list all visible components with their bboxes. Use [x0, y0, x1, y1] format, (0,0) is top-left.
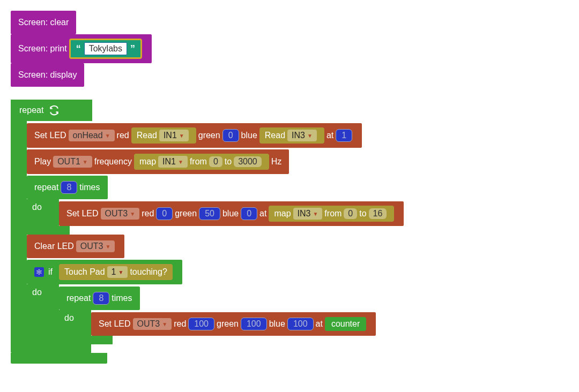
clear-led-block[interactable]: Clear LED OUT3▼ [27, 235, 124, 258]
green-label: green [198, 131, 220, 140]
if-bar: do [27, 284, 59, 344]
repeat-8-block[interactable]: repeat 8 times do Set LED OUT3▼ red 0 [27, 176, 404, 235]
blue-label: blue [241, 131, 257, 140]
repeat-bar [11, 121, 27, 353]
repeat-8-bar: do [27, 199, 59, 226]
repeat-head: repeat [11, 100, 92, 121]
blue-value-input[interactable]: 0 [241, 207, 257, 220]
repeat-label: repeat [19, 105, 43, 115]
repeat-forever-block[interactable]: repeat Set LED onHead▼ red Read IN1▼ [11, 100, 404, 364]
screen-display-label: Screen: display [18, 70, 77, 80]
screen-display-block[interactable]: Screen: display [11, 63, 84, 87]
repeat-8b-bar: do [59, 310, 91, 336]
set-led-out3b-block[interactable]: Set LED OUT3▼ red 100 green 100 blue [91, 312, 376, 336]
chevron-down-icon: ▼ [179, 133, 184, 139]
red-value-input-3[interactable]: 100 [188, 318, 214, 330]
to-value-2[interactable]: 16 [369, 208, 387, 219]
if-foot [27, 344, 91, 353]
map-port-dropdown-2[interactable]: IN3▼ [293, 208, 323, 220]
set-led-onhead-block[interactable]: Set LED onHead▼ red Read IN1▼ green 0 bl… [27, 123, 362, 148]
led-target-dropdown-3[interactable]: OUT3▼ [133, 318, 172, 330]
at-value-input[interactable]: 1 [336, 129, 352, 142]
green-value-input[interactable]: 0 [222, 129, 239, 142]
led-target-dropdown[interactable]: OUT3▼ [101, 208, 140, 220]
red-label: red [117, 131, 129, 140]
loop-icon [49, 105, 60, 116]
set-led-label: Set LED [34, 131, 66, 140]
if-block[interactable]: ✻ if Touch Pad 1▼ touching? do [27, 260, 376, 353]
screen-print-label: Screen: print [18, 44, 67, 54]
play-port-dropdown[interactable]: OUT1▼ [53, 156, 92, 168]
close-quote-icon: ” [130, 43, 135, 55]
repeat-count-input-2[interactable]: 8 [93, 292, 109, 305]
if-head: ✻ if Touch Pad 1▼ touching? [27, 260, 182, 284]
counter-variable[interactable]: counter [325, 317, 366, 331]
repeat-8b-head: repeat 8 times [59, 287, 140, 310]
chevron-down-icon: ▼ [105, 133, 110, 139]
touchpad-dropdown[interactable]: 1▼ [107, 266, 128, 278]
blue-value-input-3[interactable]: 100 [287, 318, 314, 330]
read-in3-block[interactable]: Read IN3▼ [259, 127, 324, 144]
map-port-dropdown[interactable]: IN1▼ [158, 156, 188, 168]
repeat-8b-block[interactable]: repeat 8 times do Set LED [59, 287, 376, 344]
screen-clear-block[interactable]: Screen: clear [11, 11, 76, 34]
string-input[interactable]: Tokylabs [84, 42, 127, 55]
chevron-down-icon: ▼ [162, 321, 167, 327]
chevron-down-icon: ▼ [83, 159, 88, 165]
chevron-down-icon: ▼ [118, 269, 124, 275]
from-value-2[interactable]: 0 [344, 208, 357, 219]
frequency-label: frequency [94, 157, 132, 167]
repeat-8b-foot [59, 336, 113, 344]
touchpad-block[interactable]: Touch Pad 1▼ touching? [59, 264, 173, 280]
at-label: at [326, 131, 333, 140]
chevron-down-icon: ▼ [105, 244, 110, 250]
screen-print-block[interactable]: Screen: print “ Tokylabs ” [11, 34, 152, 63]
string-block[interactable]: “ Tokylabs ” [69, 39, 142, 59]
green-value-input[interactable]: 50 [199, 207, 220, 220]
hz-label: Hz [271, 157, 282, 167]
chevron-down-icon: ▼ [130, 211, 135, 217]
to-value[interactable]: 3000 [234, 156, 262, 167]
play-label: Play [34, 157, 51, 167]
set-led-out3-block[interactable]: Set LED OUT3▼ red 0 green 50 blue 0 at [59, 201, 404, 226]
clear-led-port-dropdown[interactable]: OUT3▼ [76, 240, 115, 252]
read-port-dropdown[interactable]: IN3▼ [287, 130, 317, 141]
read-in1-block[interactable]: Read IN1▼ [131, 127, 196, 144]
repeat-count-input[interactable]: 8 [61, 181, 77, 194]
map-block[interactable]: map IN1▼ from 0 to 3000 [134, 154, 269, 170]
read-port-dropdown[interactable]: IN1▼ [159, 130, 189, 141]
repeat-8-head: repeat 8 times [27, 176, 108, 199]
play-block[interactable]: Play OUT1▼ frequency map IN1▼ from 0 to … [27, 149, 289, 174]
map-block-2[interactable]: map IN3▼ from 0 to 16 [269, 206, 394, 222]
repeat-forever-foot [11, 353, 107, 364]
led-target-dropdown[interactable]: onHead▼ [69, 130, 115, 141]
screen-clear-label: Screen: clear [18, 18, 69, 27]
red-value-input[interactable]: 0 [156, 207, 173, 220]
gear-icon[interactable]: ✻ [34, 267, 44, 277]
chevron-down-icon: ▼ [307, 133, 313, 139]
green-value-input-3[interactable]: 100 [241, 318, 267, 330]
open-quote-icon: “ [76, 43, 81, 55]
screen-stack: Screen: clear Screen: print “ Tokylabs ”… [11, 11, 152, 87]
chevron-down-icon: ▼ [313, 211, 318, 217]
repeat-foot [27, 226, 70, 235]
chevron-down-icon: ▼ [178, 159, 183, 165]
from-value[interactable]: 0 [209, 156, 222, 167]
